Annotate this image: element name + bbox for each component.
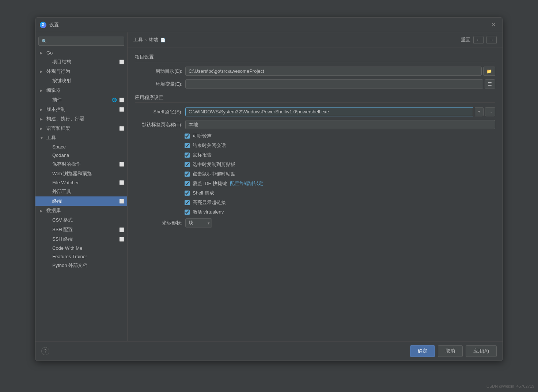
startup-dir-input[interactable] (185, 67, 482, 76)
configure-keybinding-link[interactable]: 配置终端键绑定 (230, 180, 263, 187)
highlight-hyperlinks-label: 高亮显示超链接 (193, 199, 226, 206)
title-bar: G 设置 ✕ (35, 18, 503, 32)
sidebar-item-label: 外观与行为 (46, 68, 124, 75)
search-box[interactable]: 🔍 (38, 37, 124, 46)
sidebar-item-web-browser[interactable]: Web 浏览器和预览 (35, 169, 127, 178)
sidebar-item-external-tools[interactable]: 外部工具 (35, 187, 127, 196)
sidebar-item-vcs[interactable]: ▶ 版本控制 ⬜ (35, 105, 127, 114)
sidebar-item-python-docs[interactable]: Python 外部文档 (35, 261, 127, 270)
sidebar-item-qodana[interactable]: Qodana (35, 151, 127, 159)
project-settings-section: 项目设置 启动目录(D): 📁 环境变量(E): ☰ (135, 54, 495, 88)
sidebar-item-label: Space (52, 144, 124, 150)
override-ide-checkbox[interactable] (185, 181, 190, 186)
env-vars-row: 环境变量(E): ☰ (135, 79, 495, 88)
audible-bell-checkbox[interactable] (185, 133, 190, 139)
breadcrumb-current: 终端 (149, 37, 158, 43)
breadcrumb-parent: 工具 (133, 37, 143, 43)
cursor-shape-label: 光标形状: (135, 220, 182, 226)
sidebar-item-build[interactable]: ▶ 构建、执行、部署 (35, 114, 127, 124)
app-settings-section: 应用程序设置 Shell 路径(S): ▾ ··· 默认标签页名称(T): (135, 94, 495, 227)
back-button[interactable]: ← (473, 36, 484, 44)
env-vars-input[interactable] (185, 79, 483, 88)
sidebar-item-ssh-terminal[interactable]: SSH 终端 ⬜ (35, 234, 127, 244)
copy-on-select-label: 选中时复制到剪贴板 (193, 161, 235, 168)
help-button[interactable]: ? (41, 347, 49, 355)
checkbox-activate-virtualenv: 激活 virtualenv (135, 209, 495, 215)
sidebar-item-code-with-me[interactable]: Code With Me (35, 244, 127, 252)
copy-icon: ⬜ (119, 162, 124, 167)
shell-path-more-button[interactable]: ··· (485, 107, 495, 116)
copy-icon: ⬜ (119, 98, 124, 102)
copy-icon: ⬜ (119, 60, 124, 64)
dialog-footer: ? 确定 取消 应用(A) (35, 341, 503, 361)
sidebar-item-database[interactable]: ▶ 数据库 (35, 206, 127, 215)
breadcrumb-bar: 工具 › 终端 📄 重置 ← → (128, 32, 503, 48)
sidebar-item-go[interactable]: ▶ Go (35, 49, 127, 57)
sidebar-item-label: SSH 终端 (52, 236, 118, 242)
audible-bell-label: 可听铃声 (193, 133, 212, 139)
sidebar-item-features-trainer[interactable]: Features Trainer (35, 252, 127, 261)
sidebar-item-space[interactable]: Space (35, 143, 127, 151)
sidebar-item-terminal[interactable]: 终端 ⬜ (35, 196, 127, 206)
apply-button[interactable]: 应用(A) (466, 345, 497, 357)
activate-virtualenv-label: 激活 virtualenv (193, 209, 224, 215)
sidebar-item-file-watcher[interactable]: File Watcher ⬜ (35, 178, 127, 187)
breadcrumb-icon: 📄 (160, 38, 166, 42)
sidebar-item-label: 语言和框架 (46, 125, 118, 132)
sidebar-item-appearance[interactable]: ▶ 外观与行为 (35, 67, 127, 76)
highlight-hyperlinks-checkbox[interactable] (185, 200, 190, 205)
copy-icon: ⬜ (119, 199, 124, 204)
checkbox-override-ide: 覆盖 IDE 快捷键 配置终端键绑定 (135, 180, 495, 187)
chevron-right-icon: ▶ (40, 88, 45, 93)
close-on-exit-checkbox[interactable] (185, 143, 190, 148)
sidebar-item-save-action[interactable]: 保存时的操作 ⬜ (35, 159, 127, 169)
close-button[interactable]: ✕ (489, 20, 498, 29)
cancel-button[interactable]: 取消 (438, 345, 463, 357)
shell-path-dropdown-button[interactable]: ▾ (475, 107, 484, 116)
ok-button[interactable]: 确定 (410, 345, 435, 357)
sidebar-item-label: 数据库 (46, 207, 124, 214)
sidebar-item-label: Features Trainer (52, 254, 124, 259)
settings-panel: 项目设置 启动目录(D): 📁 环境变量(E): ☰ (128, 48, 503, 341)
cursor-shape-row: 光标形状: 块 下划线 竖线 (135, 218, 495, 227)
mouse-report-checkbox[interactable] (185, 152, 190, 158)
sidebar-item-ssh-config[interactable]: SSH 配置 ⬜ (35, 225, 127, 234)
sidebar-item-label: Code With Me (52, 245, 124, 251)
dialog-body: 🔍 ▶ Go 项目结构 ⬜ ▶ 外观与行为 按键映射 (35, 32, 503, 341)
sidebar-item-label: 外部工具 (52, 188, 124, 195)
copy-icon: ⬜ (119, 107, 124, 112)
dialog-title: 设置 (49, 22, 489, 28)
copy-on-select-checkbox[interactable] (185, 162, 190, 167)
env-vars-edit-button[interactable]: ☰ (485, 79, 495, 88)
sidebar-item-lang[interactable]: ▶ 语言和框架 ⬜ (35, 124, 127, 133)
sidebar-item-label: 工具 (46, 135, 124, 141)
reset-link[interactable]: 重置 (461, 37, 470, 43)
copy-icon: ⬜ (119, 126, 124, 131)
startup-dir-browse-button[interactable]: 📁 (483, 67, 495, 76)
sidebar-item-label: SSH 配置 (52, 226, 118, 233)
sidebar-item-label: 版本控制 (46, 106, 118, 113)
forward-button[interactable]: → (486, 36, 497, 44)
shell-integration-checkbox[interactable] (185, 191, 190, 196)
sidebar-item-plugins[interactable]: 插件 🌐 ⬜ (35, 95, 127, 105)
sidebar-item-label: 项目结构 (52, 59, 118, 65)
sidebar-item-project-structure[interactable]: 项目结构 ⬜ (35, 57, 127, 67)
sidebar-item-editor[interactable]: ▶ 编辑器 (35, 86, 127, 95)
checkbox-shell-integration: Shell 集成 (135, 190, 495, 196)
sidebar-item-csv[interactable]: CSV 格式 (35, 215, 127, 225)
sidebar-item-label: Go (46, 50, 124, 56)
search-icon: 🔍 (42, 39, 47, 44)
activate-virtualenv-checkbox[interactable] (185, 210, 190, 215)
sidebar: 🔍 ▶ Go 项目结构 ⬜ ▶ 外观与行为 按键映射 (35, 32, 128, 341)
sidebar-item-label: Web 浏览器和预览 (52, 170, 124, 177)
default-tab-row: 默认标签页名称(T): (135, 120, 495, 129)
search-input[interactable] (49, 38, 121, 44)
shell-path-input[interactable] (185, 107, 473, 116)
default-tab-input[interactable] (185, 120, 495, 129)
cursor-shape-select[interactable]: 块 下划线 竖线 (185, 218, 212, 227)
paste-on-middle-checkbox[interactable] (185, 172, 190, 177)
translate-icon: 🌐 (112, 98, 117, 102)
sidebar-item-tools[interactable]: ▼ 工具 (35, 133, 127, 143)
paste-on-middle-label: 点击鼠标中键时粘贴 (193, 171, 235, 177)
sidebar-item-keymap[interactable]: 按键映射 (35, 76, 127, 86)
